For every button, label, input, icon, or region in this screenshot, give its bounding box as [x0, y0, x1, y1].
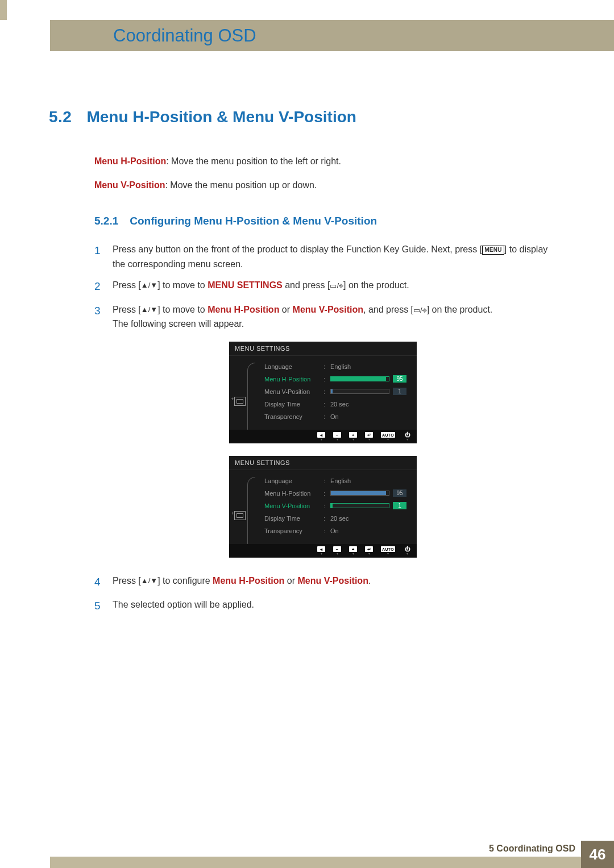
- up-down-icon: ▲/▼: [141, 576, 157, 585]
- power-icon: ⏻▾: [403, 432, 411, 441]
- steps-list-cont: 4 Press [▲/▼] to configure Menu H-Positi…: [94, 574, 551, 615]
- auto-icon: AUTO▾: [381, 432, 395, 441]
- value: 20 sec: [330, 515, 413, 522]
- subsection-heading: 5.2.1 Configuring Menu H-Position & Menu…: [94, 215, 551, 227]
- text: ] on the product.: [343, 280, 409, 290]
- subsection-title: Configuring Menu H-Position & Menu V-Pos…: [130, 215, 377, 227]
- label: Language: [264, 363, 321, 370]
- text: ] to configure: [157, 576, 213, 585]
- value: English: [330, 477, 413, 484]
- step-number: 3: [94, 302, 102, 331]
- step-5: 5 The selected option will be applied.: [94, 597, 551, 614]
- osd-row-language: Language : English: [264, 475, 413, 487]
- osd-panel-h: MENU SETTINGS Language : English Menu: [229, 342, 417, 443]
- label: Menu H-Position: [264, 490, 321, 497]
- slider: [330, 491, 389, 496]
- steps-list: 1 Press any button on the front of the p…: [94, 242, 551, 331]
- power-icon: ⏻▾: [403, 546, 411, 555]
- step-1: 1 Press any button on the front of the p…: [94, 242, 551, 271]
- step-body: Press [▲/▼] to move to MENU SETTINGS and…: [113, 278, 551, 295]
- v-label: Menu V-Position: [94, 180, 165, 190]
- highlight: MENU SETTINGS: [208, 280, 283, 290]
- back-icon: ◂▾: [317, 546, 325, 555]
- osd-footer: ◂▾ −▾ +▾ ↵▾ AUTO▾ ⏻▾: [229, 430, 417, 443]
- slider: [330, 389, 389, 394]
- label: Menu V-Position: [264, 502, 321, 509]
- osd-row-transparency: Transparency : On: [264, 410, 413, 423]
- osd-row-h-position: Menu H-Position : 95: [264, 487, 413, 500]
- slider-value: 1: [393, 502, 406, 509]
- source-enter-icon: ▭/⎆: [330, 281, 343, 290]
- text: Press [: [113, 576, 141, 585]
- value: English: [330, 363, 413, 370]
- highlight: Menu V-Position: [293, 305, 363, 314]
- value: On: [330, 528, 413, 534]
- colon: :: [323, 363, 328, 370]
- step-body: Press [▲/▼] to move to Menu H-Position o…: [113, 302, 551, 331]
- highlight: Menu H-Position: [208, 305, 279, 314]
- step-number: 1: [94, 242, 102, 271]
- osd-panel-v: MENU SETTINGS Language : English Menu: [229, 456, 417, 558]
- text: Press any button on the front of the pro…: [113, 244, 482, 254]
- footer-stripe: [50, 857, 614, 868]
- osd-title: MENU SETTINGS: [229, 456, 417, 470]
- plus-icon: +▾: [349, 432, 357, 441]
- label: Display Time: [264, 515, 321, 522]
- text: Press [: [113, 280, 141, 290]
- label: Menu H-Position: [264, 376, 321, 383]
- step-number: 5: [94, 597, 102, 614]
- slider: [330, 376, 389, 381]
- label: Transparency: [264, 413, 321, 420]
- auto-icon: AUTO▾: [381, 546, 395, 555]
- up-down-icon: ▲/▼: [141, 305, 157, 314]
- plus-icon: +▾: [349, 546, 357, 555]
- intro-h: Menu H-Position: Move the menu position …: [94, 155, 551, 168]
- osd-row-h-position: Menu H-Position : 95: [264, 373, 413, 385]
- osd-row-display-time: Display Time : 20 sec: [264, 512, 413, 525]
- osd-side-icon-col: [233, 475, 247, 537]
- slider-value: 95: [393, 375, 406, 383]
- colon: :: [323, 477, 328, 484]
- step-number: 2: [94, 278, 102, 295]
- label: Language: [264, 477, 321, 484]
- accent-block: [0, 0, 7, 20]
- step-body: Press [▲/▼] to configure Menu H-Position…: [113, 574, 551, 591]
- section-number: 5.2: [49, 108, 72, 126]
- osd-screen-adjust-icon: [234, 511, 246, 520]
- intro-v: Menu V-Position: Move the menu position …: [94, 178, 551, 192]
- step-4: 4 Press [▲/▼] to configure Menu H-Positi…: [94, 574, 551, 591]
- back-icon: ◂▾: [317, 432, 325, 441]
- text: Press [: [113, 305, 141, 314]
- step-body: The selected option will be applied.: [113, 597, 551, 614]
- text: or: [279, 305, 292, 314]
- h-label: Menu H-Position: [94, 156, 166, 166]
- text: ] to move to: [157, 280, 208, 290]
- osd-row-display-time: Display Time : 20 sec: [264, 398, 413, 410]
- osd-title: MENU SETTINGS: [229, 342, 417, 356]
- section-heading: 5.2 Menu H-Position & Menu V-Position: [49, 108, 551, 126]
- colon: :: [323, 401, 328, 408]
- highlight: Menu V-Position: [297, 576, 368, 585]
- colon: :: [323, 490, 328, 497]
- osd-row-language: Language : English: [264, 360, 413, 373]
- label: Menu V-Position: [264, 388, 321, 395]
- osd-screen-adjust-icon: [234, 397, 246, 406]
- text: ] to move to: [157, 305, 208, 314]
- slider-value: 1: [393, 388, 406, 395]
- osd-bracket: [247, 363, 255, 437]
- chapter-title: Coordinating OSD: [113, 20, 256, 51]
- subsection-number: 5.2.1: [94, 215, 118, 227]
- minus-icon: −▾: [333, 432, 341, 441]
- text: The following screen will appear.: [113, 319, 244, 329]
- colon: :: [323, 528, 328, 534]
- text: , and press [: [363, 305, 413, 314]
- main-content: 5.2 Menu H-Position & Menu V-Position Me…: [49, 108, 551, 622]
- colon: :: [323, 376, 328, 383]
- colon: :: [323, 388, 328, 395]
- page-footer: 5 Coordinating OSD 46: [0, 841, 614, 868]
- footer-chapter: 5 Coordinating OSD: [489, 844, 575, 854]
- osd-side-icon-col: [233, 360, 247, 423]
- h-desc: : Move the menu position to the left or …: [166, 156, 341, 166]
- label: Transparency: [264, 528, 321, 534]
- osd-footer: ◂▾ −▾ +▾ ↵▾ AUTO▾ ⏻▾: [229, 544, 417, 558]
